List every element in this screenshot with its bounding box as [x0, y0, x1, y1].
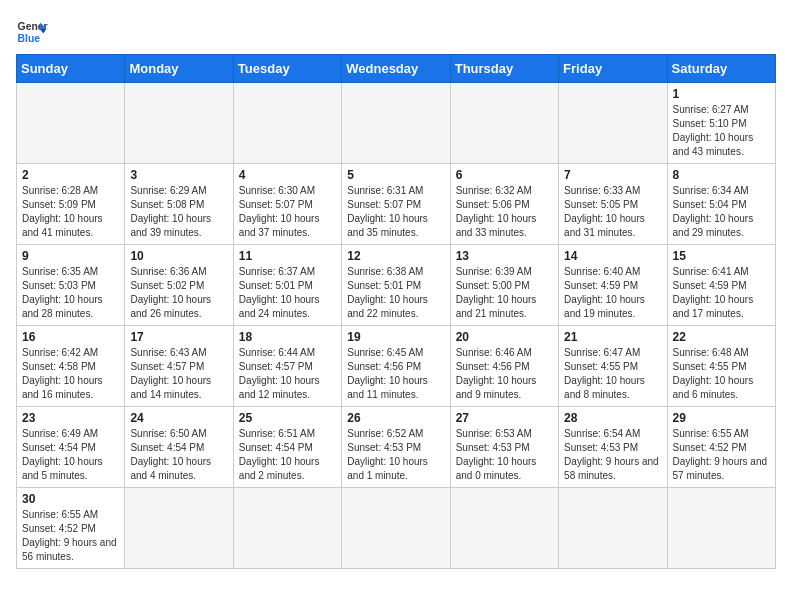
calendar-cell: 14Sunrise: 6:40 AM Sunset: 4:59 PM Dayli…: [559, 245, 667, 326]
day-info: Sunrise: 6:33 AM Sunset: 5:05 PM Dayligh…: [564, 184, 661, 240]
day-number: 11: [239, 249, 336, 263]
logo: General Blue: [16, 16, 48, 48]
header: General Blue: [16, 16, 776, 48]
calendar-cell: 15Sunrise: 6:41 AM Sunset: 4:59 PM Dayli…: [667, 245, 775, 326]
day-number: 27: [456, 411, 553, 425]
calendar-week-row: 30Sunrise: 6:55 AM Sunset: 4:52 PM Dayli…: [17, 488, 776, 569]
day-number: 8: [673, 168, 770, 182]
calendar-cell: 6Sunrise: 6:32 AM Sunset: 5:06 PM Daylig…: [450, 164, 558, 245]
day-info: Sunrise: 6:45 AM Sunset: 4:56 PM Dayligh…: [347, 346, 444, 402]
day-info: Sunrise: 6:40 AM Sunset: 4:59 PM Dayligh…: [564, 265, 661, 321]
day-number: 17: [130, 330, 227, 344]
calendar-cell: 13Sunrise: 6:39 AM Sunset: 5:00 PM Dayli…: [450, 245, 558, 326]
day-info: Sunrise: 6:41 AM Sunset: 4:59 PM Dayligh…: [673, 265, 770, 321]
day-number: 4: [239, 168, 336, 182]
calendar-week-row: 23Sunrise: 6:49 AM Sunset: 4:54 PM Dayli…: [17, 407, 776, 488]
day-info: Sunrise: 6:39 AM Sunset: 5:00 PM Dayligh…: [456, 265, 553, 321]
day-number: 20: [456, 330, 553, 344]
day-number: 14: [564, 249, 661, 263]
day-info: Sunrise: 6:55 AM Sunset: 4:52 PM Dayligh…: [673, 427, 770, 483]
calendar-cell: 18Sunrise: 6:44 AM Sunset: 4:57 PM Dayli…: [233, 326, 341, 407]
calendar-table: SundayMondayTuesdayWednesdayThursdayFrid…: [16, 54, 776, 569]
day-number: 18: [239, 330, 336, 344]
day-number: 23: [22, 411, 119, 425]
day-info: Sunrise: 6:35 AM Sunset: 5:03 PM Dayligh…: [22, 265, 119, 321]
day-info: Sunrise: 6:29 AM Sunset: 5:08 PM Dayligh…: [130, 184, 227, 240]
day-number: 29: [673, 411, 770, 425]
day-info: Sunrise: 6:36 AM Sunset: 5:02 PM Dayligh…: [130, 265, 227, 321]
day-number: 12: [347, 249, 444, 263]
weekday-header-saturday: Saturday: [667, 55, 775, 83]
calendar-cell: 5Sunrise: 6:31 AM Sunset: 5:07 PM Daylig…: [342, 164, 450, 245]
weekday-header-monday: Monday: [125, 55, 233, 83]
day-number: 19: [347, 330, 444, 344]
calendar-week-row: 1Sunrise: 6:27 AM Sunset: 5:10 PM Daylig…: [17, 83, 776, 164]
calendar-cell: 1Sunrise: 6:27 AM Sunset: 5:10 PM Daylig…: [667, 83, 775, 164]
day-number: 2: [22, 168, 119, 182]
weekday-header-tuesday: Tuesday: [233, 55, 341, 83]
day-info: Sunrise: 6:48 AM Sunset: 4:55 PM Dayligh…: [673, 346, 770, 402]
day-info: Sunrise: 6:51 AM Sunset: 4:54 PM Dayligh…: [239, 427, 336, 483]
calendar-week-row: 16Sunrise: 6:42 AM Sunset: 4:58 PM Dayli…: [17, 326, 776, 407]
day-info: Sunrise: 6:28 AM Sunset: 5:09 PM Dayligh…: [22, 184, 119, 240]
day-number: 3: [130, 168, 227, 182]
day-number: 16: [22, 330, 119, 344]
day-info: Sunrise: 6:49 AM Sunset: 4:54 PM Dayligh…: [22, 427, 119, 483]
calendar-cell: 21Sunrise: 6:47 AM Sunset: 4:55 PM Dayli…: [559, 326, 667, 407]
calendar-cell: [233, 83, 341, 164]
calendar-cell: 16Sunrise: 6:42 AM Sunset: 4:58 PM Dayli…: [17, 326, 125, 407]
day-number: 7: [564, 168, 661, 182]
calendar-cell: 9Sunrise: 6:35 AM Sunset: 5:03 PM Daylig…: [17, 245, 125, 326]
calendar-cell: 25Sunrise: 6:51 AM Sunset: 4:54 PM Dayli…: [233, 407, 341, 488]
calendar-cell: 7Sunrise: 6:33 AM Sunset: 5:05 PM Daylig…: [559, 164, 667, 245]
day-number: 10: [130, 249, 227, 263]
day-number: 28: [564, 411, 661, 425]
calendar-cell: 2Sunrise: 6:28 AM Sunset: 5:09 PM Daylig…: [17, 164, 125, 245]
calendar-cell: 28Sunrise: 6:54 AM Sunset: 4:53 PM Dayli…: [559, 407, 667, 488]
day-info: Sunrise: 6:37 AM Sunset: 5:01 PM Dayligh…: [239, 265, 336, 321]
calendar-cell: 22Sunrise: 6:48 AM Sunset: 4:55 PM Dayli…: [667, 326, 775, 407]
day-number: 22: [673, 330, 770, 344]
day-number: 30: [22, 492, 119, 506]
calendar-cell: 30Sunrise: 6:55 AM Sunset: 4:52 PM Dayli…: [17, 488, 125, 569]
day-number: 5: [347, 168, 444, 182]
calendar-cell: 20Sunrise: 6:46 AM Sunset: 4:56 PM Dayli…: [450, 326, 558, 407]
day-info: Sunrise: 6:50 AM Sunset: 4:54 PM Dayligh…: [130, 427, 227, 483]
calendar-cell: [342, 488, 450, 569]
calendar-cell: 10Sunrise: 6:36 AM Sunset: 5:02 PM Dayli…: [125, 245, 233, 326]
calendar-cell: [450, 83, 558, 164]
calendar-cell: [667, 488, 775, 569]
weekday-header-thursday: Thursday: [450, 55, 558, 83]
calendar-cell: 8Sunrise: 6:34 AM Sunset: 5:04 PM Daylig…: [667, 164, 775, 245]
calendar-cell: 12Sunrise: 6:38 AM Sunset: 5:01 PM Dayli…: [342, 245, 450, 326]
day-info: Sunrise: 6:46 AM Sunset: 4:56 PM Dayligh…: [456, 346, 553, 402]
calendar-cell: 11Sunrise: 6:37 AM Sunset: 5:01 PM Dayli…: [233, 245, 341, 326]
generalblue-logo-icon: General Blue: [16, 16, 48, 48]
svg-text:Blue: Blue: [18, 33, 41, 44]
weekday-header-wednesday: Wednesday: [342, 55, 450, 83]
day-number: 9: [22, 249, 119, 263]
weekday-header-sunday: Sunday: [17, 55, 125, 83]
day-number: 21: [564, 330, 661, 344]
weekday-header-friday: Friday: [559, 55, 667, 83]
calendar-cell: 3Sunrise: 6:29 AM Sunset: 5:08 PM Daylig…: [125, 164, 233, 245]
calendar-cell: [17, 83, 125, 164]
calendar-cell: [450, 488, 558, 569]
day-number: 26: [347, 411, 444, 425]
calendar-cell: 26Sunrise: 6:52 AM Sunset: 4:53 PM Dayli…: [342, 407, 450, 488]
weekday-header-row: SundayMondayTuesdayWednesdayThursdayFrid…: [17, 55, 776, 83]
calendar-cell: 4Sunrise: 6:30 AM Sunset: 5:07 PM Daylig…: [233, 164, 341, 245]
day-info: Sunrise: 6:32 AM Sunset: 5:06 PM Dayligh…: [456, 184, 553, 240]
day-info: Sunrise: 6:27 AM Sunset: 5:10 PM Dayligh…: [673, 103, 770, 159]
calendar-cell: 24Sunrise: 6:50 AM Sunset: 4:54 PM Dayli…: [125, 407, 233, 488]
day-number: 25: [239, 411, 336, 425]
calendar-cell: 23Sunrise: 6:49 AM Sunset: 4:54 PM Dayli…: [17, 407, 125, 488]
calendar-cell: [559, 83, 667, 164]
day-info: Sunrise: 6:31 AM Sunset: 5:07 PM Dayligh…: [347, 184, 444, 240]
day-info: Sunrise: 6:34 AM Sunset: 5:04 PM Dayligh…: [673, 184, 770, 240]
day-info: Sunrise: 6:42 AM Sunset: 4:58 PM Dayligh…: [22, 346, 119, 402]
day-info: Sunrise: 6:55 AM Sunset: 4:52 PM Dayligh…: [22, 508, 119, 564]
day-info: Sunrise: 6:52 AM Sunset: 4:53 PM Dayligh…: [347, 427, 444, 483]
calendar-cell: [559, 488, 667, 569]
calendar-cell: [342, 83, 450, 164]
